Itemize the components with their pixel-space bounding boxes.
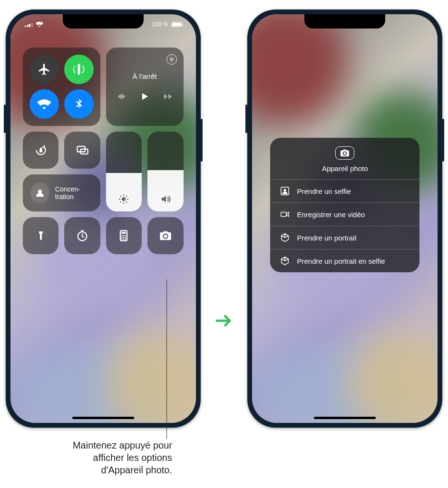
svg-point-26 bbox=[284, 189, 287, 191]
svg-point-23 bbox=[123, 239, 125, 240]
person-in-frame-icon bbox=[280, 186, 290, 196]
battery-percent: 100 % bbox=[152, 21, 168, 28]
cellular-bars-icon bbox=[25, 22, 33, 27]
svg-rect-15 bbox=[122, 232, 126, 234]
menu-item-label: Enregistrer une vidéo bbox=[297, 211, 365, 219]
play-button[interactable] bbox=[139, 91, 150, 102]
calculator-icon bbox=[117, 229, 130, 242]
focus-label: Concen­tration bbox=[55, 185, 93, 201]
camera-button[interactable] bbox=[147, 217, 183, 254]
previous-track-icon[interactable] bbox=[116, 91, 127, 102]
volume-icon bbox=[160, 193, 171, 205]
svg-point-16 bbox=[122, 235, 123, 237]
svg-point-18 bbox=[125, 235, 127, 237]
wifi-status-icon bbox=[36, 21, 43, 27]
svg-point-19 bbox=[122, 237, 123, 238]
screen-mirroring-button[interactable] bbox=[64, 132, 100, 169]
notch bbox=[63, 14, 144, 29]
svg-point-24 bbox=[125, 239, 127, 240]
iphone-frame-right: Appareil photo Prendre un selfie Enregis… bbox=[247, 10, 442, 428]
orientation-lock-toggle[interactable] bbox=[23, 132, 58, 169]
callout-leader-line bbox=[166, 279, 167, 439]
camera-context-menu: Appareil photo Prendre un selfie Enregis… bbox=[270, 138, 419, 272]
svg-point-0 bbox=[171, 59, 172, 60]
svg-point-3 bbox=[38, 190, 42, 193]
svg-line-9 bbox=[120, 196, 121, 197]
svg-rect-27 bbox=[281, 212, 286, 216]
svg-point-17 bbox=[123, 235, 125, 237]
battery-icon bbox=[171, 22, 182, 27]
control-center: À l'arrêt bbox=[23, 48, 184, 254]
svg-point-4 bbox=[122, 197, 126, 201]
svg-point-20 bbox=[123, 237, 125, 238]
home-indicator[interactable] bbox=[314, 417, 376, 419]
svg-line-12 bbox=[120, 201, 121, 202]
timer-icon bbox=[76, 229, 89, 242]
next-track-icon[interactable] bbox=[163, 91, 173, 102]
media-status-label: À l'arrêt bbox=[133, 72, 157, 80]
airplay-icon bbox=[169, 57, 175, 62]
wifi-toggle[interactable] bbox=[29, 89, 59, 119]
iphone-frame-left: 100 % bbox=[6, 10, 201, 428]
calculator-button[interactable] bbox=[106, 217, 142, 254]
timer-button[interactable] bbox=[64, 217, 100, 254]
menu-item-label: Prendre un portrait bbox=[297, 234, 356, 242]
svg-point-21 bbox=[125, 237, 127, 238]
screen-mirroring-icon bbox=[76, 144, 89, 157]
focus-person-icon bbox=[34, 187, 46, 199]
cellular-data-toggle[interactable] bbox=[64, 55, 94, 84]
video-camera-icon bbox=[280, 209, 290, 220]
flashlight-button[interactable] bbox=[23, 217, 58, 254]
camera-menu-list: Prendre un selfie Enregistrer une vidéo … bbox=[270, 179, 419, 272]
cube-icon bbox=[280, 256, 290, 266]
volume-slider[interactable] bbox=[147, 132, 183, 211]
notch bbox=[304, 14, 385, 29]
menu-item-portrait-selfie[interactable]: Prendre un portrait en selfie bbox=[270, 249, 419, 272]
svg-line-10 bbox=[126, 201, 127, 202]
iphone-screen-right: Appareil photo Prendre un selfie Enregis… bbox=[252, 14, 438, 423]
cellular-data-icon bbox=[72, 62, 86, 77]
airplane-mode-toggle[interactable] bbox=[29, 55, 59, 84]
camera-menu-icon-chip bbox=[335, 146, 354, 160]
bluetooth-icon bbox=[73, 98, 85, 110]
airplay-button[interactable] bbox=[166, 54, 177, 65]
svg-line-11 bbox=[126, 196, 127, 197]
callout-caption: Maintenez appuyé pour afficher les optio… bbox=[15, 439, 172, 476]
camera-icon bbox=[340, 149, 350, 157]
iphone-screen-left: 100 % bbox=[10, 14, 196, 423]
brightness-slider[interactable] bbox=[106, 132, 142, 211]
menu-item-selfie[interactable]: Prendre un selfie bbox=[270, 179, 419, 202]
wifi-icon bbox=[37, 97, 51, 111]
orientation-lock-icon bbox=[34, 144, 48, 157]
menu-item-portrait[interactable]: Prendre un portrait bbox=[270, 226, 419, 249]
airplane-icon bbox=[38, 63, 51, 76]
brightness-icon bbox=[118, 193, 129, 205]
media-playback-tile[interactable]: À l'arrêt bbox=[106, 48, 184, 126]
svg-point-22 bbox=[122, 239, 123, 240]
step-arrow-icon bbox=[215, 311, 234, 330]
flashlight-icon bbox=[35, 230, 47, 241]
focus-mode-button[interactable]: Concen­tration bbox=[23, 174, 100, 211]
menu-item-video[interactable]: Enregistrer une vidéo bbox=[270, 202, 419, 226]
camera-icon bbox=[159, 229, 172, 242]
menu-item-label: Prendre un portrait en selfie bbox=[297, 257, 385, 265]
connectivity-group[interactable] bbox=[23, 48, 100, 126]
cube-icon bbox=[280, 232, 290, 243]
camera-menu-title: Appareil photo bbox=[322, 164, 368, 172]
bluetooth-toggle[interactable] bbox=[64, 89, 94, 119]
menu-item-label: Prendre un selfie bbox=[297, 187, 351, 195]
home-indicator[interactable] bbox=[72, 417, 134, 419]
